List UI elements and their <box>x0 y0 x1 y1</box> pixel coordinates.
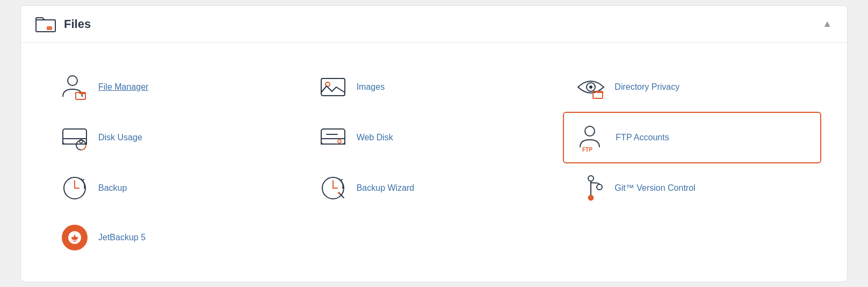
panel-title: Files <box>64 17 91 31</box>
empty-cell-1 <box>305 213 563 262</box>
svg-point-18 <box>585 126 595 136</box>
grid-item-directory-privacy[interactable]: Directory Privacy <box>563 62 821 112</box>
svg-point-2 <box>68 76 77 85</box>
grid-item-ftp-accounts[interactable]: FTP FTP Accounts <box>563 112 821 163</box>
svg-rect-0 <box>36 20 55 32</box>
backup-label: Backup <box>98 183 127 193</box>
grid-item-images[interactable]: Images <box>305 62 563 112</box>
ftp-accounts-label: FTP Accounts <box>616 133 669 142</box>
empty-cell-2 <box>563 213 821 262</box>
backup-icon <box>60 173 90 203</box>
images-label: Images <box>357 82 385 92</box>
svg-point-7 <box>589 85 592 89</box>
backup-wizard-icon <box>318 173 348 203</box>
svg-rect-4 <box>321 78 345 96</box>
disk-usage-icon <box>60 123 90 153</box>
items-grid: File Manager Images <box>47 62 821 262</box>
grid-item-jetbackup5[interactable]: JetBackup 5 <box>47 213 305 262</box>
web-disk-label: Web Disk <box>357 133 393 142</box>
file-manager-label: File Manager <box>98 82 148 92</box>
svg-point-26 <box>597 184 602 190</box>
grid-item-disk-usage[interactable]: Disk Usage <box>47 112 305 163</box>
git-version-control-icon <box>576 173 606 203</box>
jetbackup5-label: JetBackup 5 <box>98 233 146 242</box>
svg-text:FTP: FTP <box>582 147 592 153</box>
grid-item-web-disk[interactable]: Web Disk <box>305 112 563 163</box>
collapse-button[interactable]: ▲ <box>822 18 832 30</box>
grid-item-backup[interactable]: Backup <box>47 163 305 213</box>
directory-privacy-icon <box>576 72 606 102</box>
svg-point-31 <box>75 234 78 237</box>
svg-point-16 <box>338 140 341 143</box>
files-panel: Files ▲ File Manager <box>20 5 848 282</box>
svg-point-25 <box>588 195 594 200</box>
panel-header: Files ▲ <box>21 6 847 43</box>
svg-rect-1 <box>47 26 52 30</box>
svg-point-23 <box>338 192 340 194</box>
panel-body: File Manager Images <box>21 43 847 282</box>
git-version-control-label: Git™ Version Control <box>614 183 695 193</box>
panel-header-left: Files <box>36 16 91 33</box>
svg-point-30 <box>71 234 74 237</box>
grid-item-backup-wizard[interactable]: Backup Wizard <box>305 163 563 213</box>
grid-item-file-manager[interactable]: File Manager <box>47 62 305 112</box>
disk-usage-label: Disk Usage <box>98 133 142 142</box>
folder-icon <box>36 16 56 33</box>
file-manager-icon <box>60 72 90 102</box>
ftp-accounts-icon: FTP <box>577 123 607 153</box>
web-disk-icon <box>318 123 348 153</box>
svg-point-24 <box>588 176 594 181</box>
jetbackup5-icon <box>60 223 90 253</box>
images-icon <box>318 72 348 102</box>
backup-wizard-label: Backup Wizard <box>357 183 415 193</box>
grid-item-git-version-control[interactable]: Git™ Version Control <box>563 163 821 213</box>
directory-privacy-label: Directory Privacy <box>614 82 679 92</box>
